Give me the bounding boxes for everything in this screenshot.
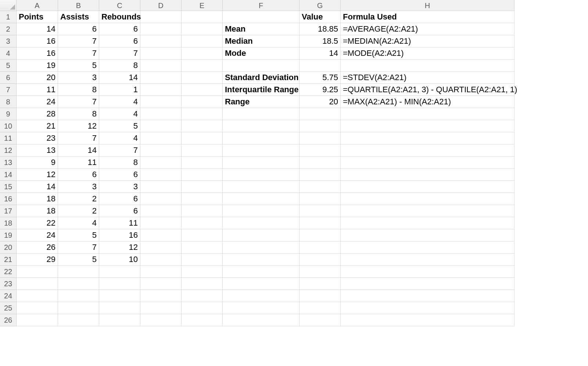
cell-F21[interactable] [223,254,300,266]
cell-B21[interactable]: 5 [58,254,99,266]
cell-E7[interactable] [182,84,223,96]
cell-D11[interactable] [140,132,182,144]
cell-B24[interactable] [58,290,99,302]
row-header-16[interactable]: 16 [0,193,17,205]
cell-B18[interactable]: 4 [58,217,99,229]
cell-B20[interactable]: 7 [58,241,99,254]
cell-F19[interactable] [223,229,300,241]
cell-C11[interactable]: 4 [99,132,140,144]
cell-B3[interactable]: 7 [58,35,99,47]
cell-E12[interactable] [182,144,223,157]
cell-C2[interactable]: 6 [99,23,140,35]
cell-B15[interactable]: 3 [58,181,99,193]
cell-A19[interactable]: 24 [17,229,58,241]
cell-D14[interactable] [140,169,182,181]
cell-A3[interactable]: 16 [17,35,58,47]
row-header-11[interactable]: 11 [0,132,17,144]
column-header-D[interactable]: D [140,0,182,11]
cell-C6[interactable]: 14 [99,72,140,84]
cell-C5[interactable]: 8 [99,60,140,72]
cell-C4[interactable]: 7 [99,47,140,60]
cell-B11[interactable]: 7 [58,132,99,144]
cell-G7[interactable]: 9.25 [300,84,341,96]
cell-E8[interactable] [182,96,223,108]
cell-D18[interactable] [140,217,182,229]
cell-H7[interactable]: =QUARTILE(A2:A21, 3) - QUARTILE(A2:A21, … [341,84,514,96]
cell-A7[interactable]: 11 [17,84,58,96]
row-header-4[interactable]: 4 [0,47,17,60]
cell-D20[interactable] [140,241,182,254]
cell-A5[interactable]: 19 [17,60,58,72]
cell-D23[interactable] [140,278,182,290]
cell-C14[interactable]: 6 [99,169,140,181]
cell-B26[interactable] [58,314,99,326]
cell-F22[interactable] [223,266,300,278]
cell-B4[interactable]: 7 [58,47,99,60]
cell-E9[interactable] [182,108,223,120]
cell-E16[interactable] [182,193,223,205]
cell-G18[interactable] [300,217,341,229]
cell-A14[interactable]: 12 [17,169,58,181]
row-header-20[interactable]: 20 [0,241,17,254]
row-header-6[interactable]: 6 [0,72,17,84]
cell-F9[interactable] [223,108,300,120]
cell-F16[interactable] [223,193,300,205]
cell-G17[interactable] [300,205,341,217]
cell-B9[interactable]: 8 [58,108,99,120]
cell-F5[interactable] [223,60,300,72]
cell-E11[interactable] [182,132,223,144]
cell-G15[interactable] [300,181,341,193]
cell-E17[interactable] [182,205,223,217]
cell-G10[interactable] [300,120,341,132]
cell-B16[interactable]: 2 [58,193,99,205]
cell-D10[interactable] [140,120,182,132]
cell-E18[interactable] [182,217,223,229]
cell-C12[interactable]: 7 [99,144,140,157]
cell-B5[interactable]: 5 [58,60,99,72]
cell-G4[interactable]: 14 [300,47,341,60]
row-header-18[interactable]: 18 [0,217,17,229]
cell-E6[interactable] [182,72,223,84]
cell-H12[interactable] [341,144,514,157]
cell-D7[interactable] [140,84,182,96]
cell-G16[interactable] [300,193,341,205]
cell-G19[interactable] [300,229,341,241]
row-header-23[interactable]: 23 [0,278,17,290]
cell-C21[interactable]: 10 [99,254,140,266]
cell-E4[interactable] [182,47,223,60]
cell-H15[interactable] [341,181,514,193]
cell-E15[interactable] [182,181,223,193]
cell-H21[interactable] [341,254,514,266]
cell-E2[interactable] [182,23,223,35]
cell-A16[interactable]: 18 [17,193,58,205]
cell-F15[interactable] [223,181,300,193]
cell-F24[interactable] [223,290,300,302]
cell-E25[interactable] [182,302,223,314]
row-header-10[interactable]: 10 [0,120,17,132]
cell-G13[interactable] [300,157,341,169]
cell-F3[interactable]: Median [223,35,300,47]
cell-D21[interactable] [140,254,182,266]
cell-E19[interactable] [182,229,223,241]
row-header-1[interactable]: 1 [0,11,17,23]
row-header-13[interactable]: 13 [0,157,17,169]
cell-B2[interactable]: 6 [58,23,99,35]
column-header-G[interactable]: G [300,0,341,11]
row-header-2[interactable]: 2 [0,23,17,35]
cell-D2[interactable] [140,23,182,35]
cell-B17[interactable]: 2 [58,205,99,217]
cell-F11[interactable] [223,132,300,144]
cell-H4[interactable]: =MODE(A2:A21) [341,47,514,60]
cell-D19[interactable] [140,229,182,241]
cell-A26[interactable] [17,314,58,326]
cell-A12[interactable]: 13 [17,144,58,157]
row-header-7[interactable]: 7 [0,84,17,96]
cell-C3[interactable]: 6 [99,35,140,47]
cell-F7[interactable]: Interquartile Range [223,84,300,96]
cell-D26[interactable] [140,314,182,326]
cell-G5[interactable] [300,60,341,72]
cell-B6[interactable]: 3 [58,72,99,84]
cell-F1[interactable] [223,11,300,23]
cell-D3[interactable] [140,35,182,47]
cell-B25[interactable] [58,302,99,314]
